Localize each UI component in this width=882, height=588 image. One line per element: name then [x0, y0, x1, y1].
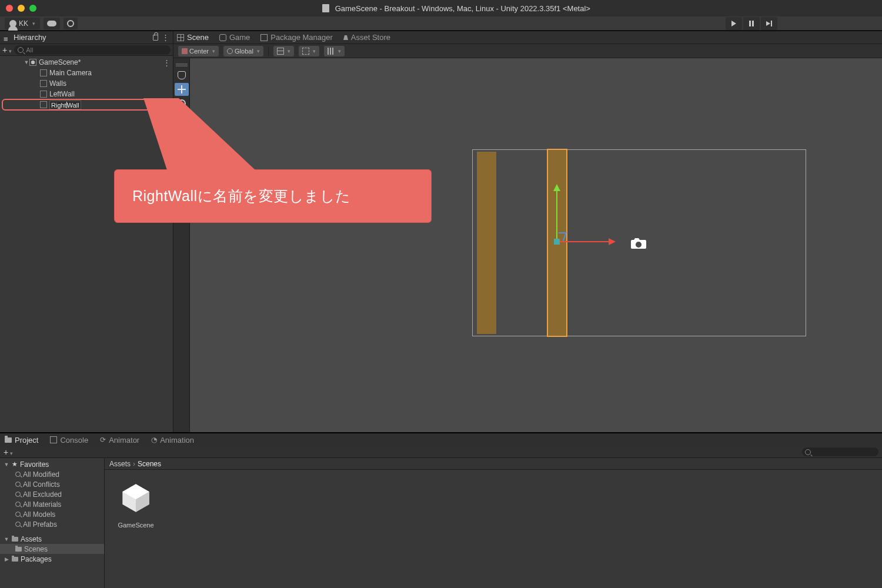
- project-tree-label: All Models: [23, 510, 55, 519]
- panel-menu-icon[interactable]: [162, 33, 169, 42]
- window-controls[interactable]: [6, 5, 36, 12]
- settings-button[interactable]: [64, 18, 78, 29]
- project-tabrow: Project Console ⟳Animator ◔Animation: [0, 433, 882, 446]
- project-fav-all-prefabs[interactable]: All Prefabs: [0, 519, 104, 529]
- hierarchy-search[interactable]: All: [14, 45, 171, 55]
- snap-icon: [302, 48, 309, 55]
- account-dropdown[interactable]: KK: [5, 18, 40, 29]
- hierarchy-search-placeholder: All: [26, 46, 33, 54]
- tab-package-manager[interactable]: Package Manager: [260, 33, 333, 42]
- breadcrumb-item[interactable]: Scenes: [138, 460, 161, 468]
- pivot-dropdown[interactable]: Center: [178, 46, 219, 56]
- window-title: GameScene - Breakout - Windows, Mac, Lin…: [36, 4, 876, 13]
- tab-project[interactable]: Project: [5, 436, 38, 445]
- maximize-window-icon[interactable]: [29, 5, 36, 12]
- game-icon: [219, 34, 226, 41]
- close-window-icon[interactable]: [6, 5, 13, 12]
- globe-icon: [227, 48, 233, 54]
- scene-object-leftwall[interactable]: [477, 152, 496, 334]
- hierarchy-item-walls[interactable]: Walls: [0, 78, 173, 89]
- project-fav-all-models[interactable]: All Models: [0, 509, 104, 519]
- scene-toolbar: Center Global: [173, 44, 882, 58]
- project-tree-label: All Modified: [23, 470, 59, 479]
- play-button[interactable]: [726, 17, 742, 30]
- project-toolbar: +: [0, 446, 882, 458]
- increment-dropdown[interactable]: [324, 46, 345, 56]
- drag-handle-icon[interactable]: [176, 63, 188, 66]
- project-fav-all-modified[interactable]: All Modified: [0, 469, 104, 479]
- unity-scene-icon: [116, 478, 156, 518]
- hand-icon: [178, 71, 186, 79]
- hierarchy-scene-label: GameScene*: [39, 58, 81, 66]
- gizmo-y-axis[interactable]: [556, 185, 557, 242]
- step-button[interactable]: [761, 17, 777, 30]
- camera-gizmo-icon[interactable]: [631, 238, 646, 252]
- project-fav-all-conflicts[interactable]: All Conflicts: [0, 479, 104, 489]
- hierarchy-icon: [4, 35, 10, 40]
- project-search[interactable]: [802, 447, 878, 456]
- gizmo-center[interactable]: [554, 239, 560, 245]
- create-dropdown[interactable]: +: [2, 45, 12, 55]
- minimize-window-icon[interactable]: [18, 5, 25, 12]
- project-tree[interactable]: ▼★Favorites All Modified All Conflicts A…: [0, 458, 105, 588]
- hierarchy-tab[interactable]: Hierarchy: [14, 33, 46, 42]
- project-fav-all-excluded[interactable]: All Excluded: [0, 489, 104, 499]
- project-assets-header[interactable]: ▼Assets: [0, 534, 104, 544]
- scene-viewport[interactable]: [190, 58, 882, 432]
- grid-icon: [277, 48, 284, 55]
- hierarchy-item-main-camera[interactable]: Main Camera: [0, 68, 173, 78]
- pivot-label: Center: [189, 48, 209, 55]
- gameobject-icon: [40, 69, 47, 76]
- project-create-dropdown[interactable]: +: [4, 447, 13, 457]
- scene-tabrow: Scene Game Package Manager Asset Store: [173, 31, 882, 44]
- tab-asset-store[interactable]: Asset Store: [343, 33, 390, 42]
- asset-item-gamescene[interactable]: GameScene: [113, 478, 159, 529]
- project-breadcrumbs[interactable]: Assets › Scenes: [105, 458, 882, 470]
- project-packages-header[interactable]: ▶Packages: [0, 554, 104, 564]
- breadcrumb-item[interactable]: Assets: [109, 460, 131, 468]
- hand-tool[interactable]: [175, 69, 189, 82]
- pause-button[interactable]: [743, 17, 760, 30]
- play-icon: [731, 21, 736, 26]
- rename-input[interactable]: RightWall: [49, 101, 81, 109]
- gameobject-icon: [40, 101, 47, 108]
- project-folder-scenes[interactable]: Scenes: [0, 544, 104, 554]
- callout-bubble: RightWallに名前を変更しました: [114, 169, 432, 223]
- project-fav-all-materials[interactable]: All Materials: [0, 499, 104, 509]
- tab-console[interactable]: Console: [50, 436, 88, 445]
- search-icon: [15, 502, 21, 507]
- tab-label: Animator: [109, 436, 139, 445]
- main-toolbar: KK: [0, 16, 882, 31]
- scene-menu-icon[interactable]: [163, 58, 171, 67]
- window-titlebar: GameScene - Breakout - Windows, Mac, Lin…: [0, 0, 882, 16]
- store-icon: [343, 35, 348, 40]
- tab-animator[interactable]: ⟳Animator: [100, 436, 139, 445]
- annotation-callout: RightWallに名前を変更しました: [114, 169, 432, 223]
- project-tree-label: All Conflicts: [23, 480, 60, 489]
- assets-grid[interactable]: GameScene: [105, 470, 882, 588]
- hierarchy-scene-row[interactable]: ▼ GameScene*: [0, 57, 173, 68]
- tab-label: Console: [60, 436, 88, 445]
- tab-animation[interactable]: ◔Animation: [151, 436, 194, 445]
- hierarchy-item-label: Walls: [49, 79, 66, 88]
- tab-game[interactable]: Game: [219, 33, 250, 42]
- gizmo-x-axis[interactable]: [557, 241, 614, 242]
- tab-label: Game: [229, 33, 250, 42]
- space-dropdown[interactable]: Global: [223, 46, 263, 56]
- play-controls: [726, 17, 777, 30]
- lock-icon[interactable]: [153, 35, 158, 41]
- scene-panel: Scene Game Package Manager Asset Store C…: [173, 31, 882, 432]
- pause-icon: [749, 21, 754, 26]
- tab-label: Animation: [160, 436, 194, 445]
- snap-dropdown[interactable]: [299, 46, 319, 56]
- tab-label: Package Manager: [270, 33, 333, 42]
- increment-icon: [328, 48, 335, 55]
- pivot-icon: [182, 48, 188, 54]
- tab-scene[interactable]: Scene: [177, 33, 209, 42]
- asset-label: GameScene: [113, 522, 159, 529]
- spacer: [0, 529, 104, 534]
- project-favorites-header[interactable]: ▼★Favorites: [0, 459, 104, 469]
- move-tool[interactable]: [175, 83, 189, 96]
- cloud-button[interactable]: [44, 18, 60, 29]
- grid-vis-dropdown[interactable]: [273, 46, 294, 56]
